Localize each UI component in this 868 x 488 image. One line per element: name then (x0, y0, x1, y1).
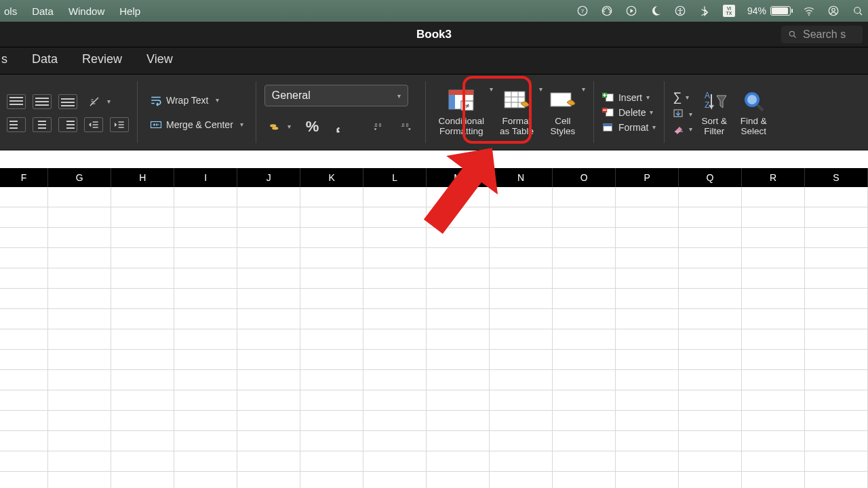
cell[interactable] (616, 350, 679, 370)
cell[interactable] (174, 472, 237, 488)
cell[interactable] (427, 228, 490, 248)
cell[interactable] (742, 228, 805, 248)
cell[interactable] (0, 268, 48, 289)
cell[interactable] (805, 370, 868, 390)
cell[interactable] (174, 451, 237, 472)
cell[interactable] (48, 228, 111, 248)
cell[interactable] (0, 370, 48, 390)
cell[interactable] (742, 289, 805, 309)
align-right-button[interactable] (58, 117, 77, 132)
cell[interactable] (679, 248, 742, 268)
cell[interactable] (111, 289, 174, 309)
cell[interactable] (300, 207, 363, 228)
cell[interactable] (300, 472, 363, 488)
cell[interactable] (111, 472, 174, 488)
cell[interactable] (0, 451, 48, 472)
column-header[interactable]: P (616, 168, 679, 187)
cell[interactable] (679, 207, 742, 228)
cell[interactable] (48, 187, 111, 207)
column-header[interactable]: Q (679, 168, 742, 187)
cell[interactable] (553, 329, 616, 350)
cell[interactable] (237, 248, 300, 268)
cell[interactable] (742, 187, 805, 207)
cell[interactable] (111, 451, 174, 472)
cell[interactable] (427, 329, 490, 350)
cell[interactable] (363, 411, 427, 431)
accessibility-icon[interactable] (674, 5, 686, 17)
cell[interactable] (237, 350, 300, 370)
cell[interactable] (742, 329, 805, 350)
currency-button[interactable]: ▾ (264, 118, 295, 136)
cell[interactable] (174, 289, 237, 309)
cell[interactable] (0, 289, 48, 309)
cell[interactable] (616, 329, 679, 350)
cell[interactable] (805, 187, 868, 207)
cell[interactable] (48, 289, 111, 309)
column-header[interactable]: K (300, 168, 363, 187)
cell[interactable] (237, 451, 300, 472)
conditional-formatting-button[interactable]: ≠ ConditionalFormatting (434, 86, 488, 139)
column-header[interactable]: M (427, 168, 490, 187)
cell[interactable] (111, 329, 174, 350)
autosum-button[interactable]: ∑▾ (673, 90, 692, 104)
mac-menu-item[interactable]: Data (32, 5, 54, 17)
cell[interactable] (111, 390, 174, 411)
cell[interactable] (742, 431, 805, 451)
cell[interactable] (0, 350, 48, 370)
cell[interactable] (174, 309, 237, 329)
cell[interactable] (111, 309, 174, 329)
cell[interactable] (553, 451, 616, 472)
cell[interactable] (237, 207, 300, 228)
cell[interactable] (742, 370, 805, 390)
cell[interactable] (363, 228, 427, 248)
moon-icon[interactable] (650, 5, 662, 17)
decrease-indent-button[interactable] (84, 117, 103, 132)
cell[interactable] (363, 390, 427, 411)
cell-styles-button[interactable]: CellStyles (545, 86, 580, 139)
cell[interactable] (742, 390, 805, 411)
cell[interactable] (490, 248, 553, 268)
cell[interactable] (742, 207, 805, 228)
cell[interactable] (0, 309, 48, 329)
cell[interactable] (742, 350, 805, 370)
cell[interactable] (363, 370, 427, 390)
bluetooth-icon[interactable] (698, 5, 711, 17)
cell[interactable] (490, 187, 553, 207)
cell[interactable] (490, 350, 553, 370)
comma-style-button[interactable]: ⸲ (330, 113, 347, 140)
mac-menu-item[interactable]: Help (119, 5, 140, 17)
conditional-formatting-dropdown[interactable]: ▾ (490, 85, 493, 93)
cell[interactable] (616, 451, 679, 472)
cell[interactable] (48, 390, 111, 411)
creative-cloud-icon[interactable] (601, 5, 613, 17)
cell[interactable] (805, 228, 868, 248)
cell[interactable] (427, 451, 490, 472)
cell[interactable] (427, 207, 490, 228)
cell[interactable] (48, 431, 111, 451)
cell[interactable] (0, 329, 48, 350)
cell[interactable] (553, 390, 616, 411)
cell[interactable] (679, 187, 742, 207)
cell[interactable] (805, 431, 868, 451)
cell[interactable] (805, 350, 868, 370)
cell[interactable] (0, 248, 48, 268)
cell[interactable] (237, 187, 300, 207)
cell[interactable] (174, 350, 237, 370)
cell[interactable] (111, 411, 174, 431)
cell[interactable] (805, 248, 868, 268)
cell[interactable] (174, 431, 237, 451)
cell[interactable] (363, 309, 427, 329)
cell[interactable] (237, 268, 300, 289)
cell[interactable] (616, 472, 679, 488)
cell[interactable] (679, 451, 742, 472)
cell[interactable] (490, 268, 553, 289)
orientation-button[interactable]: ▾ (84, 93, 115, 110)
cell[interactable] (174, 268, 237, 289)
mac-menu-item[interactable]: Window (68, 5, 104, 17)
cell[interactable] (300, 431, 363, 451)
titlebar-search[interactable]: Search s (781, 26, 863, 43)
ribbon-tab[interactable]: s (0, 52, 7, 66)
cell[interactable] (490, 390, 553, 411)
align-top-button[interactable] (7, 94, 26, 109)
cell[interactable] (616, 207, 679, 228)
